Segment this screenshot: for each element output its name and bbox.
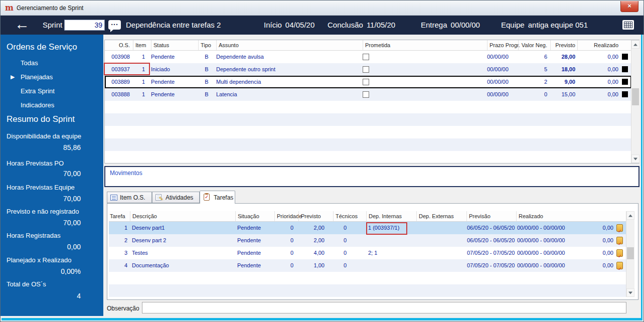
sprint-number-input[interactable] [64, 20, 105, 31]
tarefa-dep-internas [368, 234, 416, 247]
tab-tarefas-active[interactable]: Tarefas [200, 191, 235, 204]
clipboard-icon [204, 194, 210, 201]
tab-item-os[interactable]: Item O.S. [107, 192, 152, 203]
inicio-value: 04/05/20 [285, 21, 314, 29]
title-bar: m Gerenciamento de Sprint × [1, 1, 643, 16]
tarefa-descricao: Documentação [132, 259, 235, 272]
os-item: 1 [133, 51, 149, 63]
sidebar: Ordens de Serviço Todas ▶Planejadas Extr… [1, 35, 103, 316]
tarefa-horas: 0,00 [585, 259, 613, 272]
tarefa-dep-externas [418, 234, 466, 247]
tarefa-dep-externas [418, 247, 466, 259]
empty-row [105, 113, 631, 126]
tarefa-previsao: 07/05/20 - 07/05/20 [467, 259, 517, 272]
tarefa-descricao: Desenv part 2 [132, 234, 235, 247]
os-realizado: 0,00 [577, 76, 620, 88]
prometida-checkbox[interactable] [363, 79, 369, 85]
os-valor-neg: 2 [518, 76, 550, 88]
empty-row [105, 126, 631, 138]
metric-label: Previsto e não registrado [1, 208, 103, 215]
prometida-checkbox[interactable] [363, 91, 369, 98]
tarefa-realizado: 00/00/00 - 00/00/00 [517, 222, 568, 234]
os-previsto: 28,00 [550, 51, 577, 63]
log-clipboard-icon[interactable] [616, 237, 623, 244]
col-realizado: Realizado [516, 211, 543, 221]
metric-label: Disponibilidade da equipe [1, 132, 103, 140]
tab-label: Tarefas [214, 194, 233, 201]
os-assunto: Dependente avulsa [216, 51, 362, 63]
scrollbar-thumb[interactable] [627, 247, 634, 259]
scroll-down-icon[interactable] [631, 154, 639, 163]
log-clipboard-icon[interactable] [616, 224, 623, 232]
window-frame-accent-bottom [2, 318, 642, 320]
col-prazo: Prazo Progr. [487, 40, 518, 50]
tarefa-row-3[interactable]: 3 Testes Pendente 0 4,00 0 2; 1 07/05/20… [109, 247, 626, 259]
os-item: 1 [133, 88, 149, 101]
tarefas-grid-scrollbar[interactable] [626, 211, 634, 297]
tarefa-prioridade: 0 [262, 247, 296, 259]
sidebar-item-indicadores[interactable]: Indicadores [1, 101, 103, 109]
sidebar-item-todas[interactable]: Todas [1, 59, 103, 67]
os-row-003888[interactable]: 003888 1 Pendente B Latencia 00/00/00 0 … [105, 88, 631, 101]
prometida-checkbox[interactable] [363, 54, 369, 60]
tab-atividades[interactable]: Atividades [152, 192, 200, 203]
toolbar: ← Sprint Dependência entre tarefas 2 Iní… [1, 16, 643, 35]
scroll-up-icon[interactable] [631, 40, 639, 49]
scroll-down-icon[interactable] [626, 288, 634, 297]
close-icon[interactable]: × [620, 1, 638, 12]
log-clipboard-icon[interactable] [616, 262, 623, 269]
sprint-management-window: m Gerenciamento de Sprint × ← Sprint Dep… [0, 0, 644, 322]
scrollbar-thumb[interactable] [632, 88, 639, 105]
os-tipo: B [198, 63, 215, 76]
tarefa-descricao: Desenv part1 [132, 222, 235, 234]
os-previsto: 15,00 [550, 88, 577, 101]
metric-value: 0,00% [7, 267, 81, 275]
back-arrow-icon[interactable]: ← [15, 16, 30, 35]
tarefa-tecnicos: 0 [319, 247, 349, 259]
os-tipo: B [198, 76, 215, 88]
os-grid-scrollbar[interactable] [631, 40, 639, 163]
app-icon: m [5, 4, 14, 12]
os-grid-header: O.S. Item Status Tipo Assunto Prometida … [105, 40, 631, 51]
tarefa-row-4[interactable]: 4 Documentação Pendente 0 1,00 0 07/05/2… [109, 259, 626, 272]
sidebar-item-extra-sprint[interactable]: Extra Sprint [1, 87, 103, 95]
tarefa-row-2[interactable]: 2 Desenv part 2 Pendente 0 2,00 0 06/05/… [109, 234, 626, 247]
col-previsto: Previsto [550, 40, 577, 50]
observacao-label: Observação [107, 305, 139, 312]
observacao-input[interactable] [142, 302, 626, 313]
movimentos-label: Movimentos [110, 170, 142, 177]
tarefa-prioridade: 0 [262, 222, 296, 234]
os-row-003889-selected[interactable]: 003889 1 Pendente B Multi dependencia 00… [105, 76, 631, 88]
equipe-value: antiga equipe 051 [528, 21, 588, 29]
col-tarefa: Tarefa [110, 211, 125, 221]
sidebar-section-ordens: Ordens de Serviço [1, 42, 103, 52]
empty-row [105, 138, 631, 151]
tarefa-num: 1 [109, 222, 127, 234]
prometida-checkbox[interactable] [363, 66, 369, 73]
os-status: Iniciado [151, 63, 198, 76]
col-prometida: Prometida [363, 40, 390, 50]
sidebar-item-planejadas[interactable]: ▶Planejadas [1, 73, 103, 81]
calculator-icon[interactable] [622, 20, 634, 30]
tarefa-dep-internas: 2; 1 [368, 247, 416, 259]
empty-row [109, 284, 626, 297]
log-clipboard-icon[interactable] [616, 249, 623, 257]
equipe-field: Equipeantiga equipe 051 [501, 16, 591, 35]
os-status: Pendente [151, 76, 198, 88]
comment-icon[interactable] [108, 20, 121, 30]
os-number: 003888 [106, 88, 133, 101]
os-prazo: 00/00/00 [487, 88, 518, 101]
col-valor-neg: Valor Neg. [518, 40, 550, 50]
os-row-003908[interactable]: 003908 1 Pendente B Dependente avulsa 00… [105, 51, 631, 63]
os-previsto: 18,00 [550, 63, 577, 76]
os-tipo: B [198, 51, 215, 63]
realizado-flag-icon [622, 66, 628, 72]
col-assunto: Assunto [216, 40, 362, 50]
os-assunto: Latencia [216, 88, 362, 101]
os-row-003937[interactable]: 003937 1 Iniciado B Dependente outro spr… [105, 63, 631, 76]
tarefa-realizado: 00/00/00 - 00/00/00 [517, 234, 568, 247]
edit-icon [155, 194, 162, 201]
scroll-up-icon[interactable] [626, 211, 634, 220]
tarefa-tecnicos: 0 [319, 222, 349, 234]
os-number: 003889 [106, 76, 133, 88]
